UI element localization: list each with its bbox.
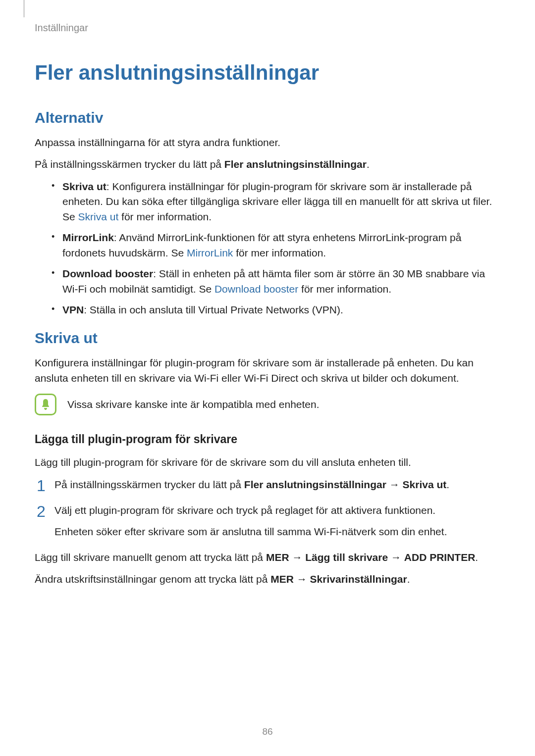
paragraph: Anpassa inställningarna för att styra an…: [35, 135, 500, 150]
text: Välj ett plugin-program för skrivare och…: [54, 504, 435, 516]
bold-text: Fler anslutningsinställningar: [224, 158, 367, 170]
text: .: [367, 158, 370, 170]
page-title: Fler anslutningsinställningar: [35, 61, 500, 85]
bullet-list: Skriva ut: Konfigurera inställningar för…: [50, 179, 500, 318]
paragraph: Ändra utskriftsinställningar genom att t…: [35, 572, 500, 587]
bold-text: MER: [270, 573, 294, 585]
bold-text: Download booster: [62, 268, 153, 279]
page-number: 86: [0, 726, 535, 737]
arrow-text: →: [294, 573, 310, 585]
bold-text: Skrivarinställningar: [310, 573, 407, 585]
link-skriva-ut[interactable]: Skriva ut: [78, 211, 119, 222]
bold-text: Fler anslutningsinställningar: [244, 479, 386, 490]
list-item: Skriva ut: Konfigurera inställningar för…: [50, 179, 500, 224]
list-item: Download booster: Ställ in enheten på at…: [50, 266, 500, 297]
list-item: MirrorLink: Använd MirrorLink-funktionen…: [50, 230, 500, 260]
text: På inställningsskärmen trycker du lätt p…: [35, 158, 224, 170]
paragraph: På inställningsskärmen trycker du lätt p…: [35, 157, 500, 172]
paragraph: Lägg till plugin-program för skrivare fö…: [35, 455, 500, 470]
link-download-booster[interactable]: Download booster: [214, 283, 298, 295]
text: : Ställa in och ansluta till Virtual Pri…: [84, 304, 343, 315]
text: Enheten söker efter skrivare som är ansl…: [54, 524, 500, 539]
note-callout: Vissa skrivare kanske inte är kompatibla…: [35, 394, 500, 415]
bold-text: MirrorLink: [62, 232, 114, 243]
arrow-text: →: [289, 552, 306, 563]
text: På inställningsskärmen trycker du lätt p…: [54, 479, 244, 490]
arrow-text: →: [386, 479, 403, 490]
text: för mer information.: [298, 283, 391, 295]
step-number: 1: [37, 474, 46, 497]
link-mirrorlink[interactable]: MirrorLink: [187, 247, 233, 258]
arrow-text: →: [388, 552, 404, 563]
text: .: [475, 552, 478, 563]
breadcrumb: Inställningar: [35, 22, 500, 34]
bold-text: MER: [266, 552, 289, 563]
paragraph: Konfigurera inställningar för plugin-pro…: [35, 355, 500, 386]
section-heading-alternativ: Alternativ: [35, 109, 500, 126]
bold-text: ADD PRINTER: [404, 552, 476, 563]
bold-text: VPN: [62, 304, 84, 315]
text: för mer information.: [233, 247, 326, 258]
paragraph: Lägg till skrivare manuellt genom att tr…: [35, 550, 500, 565]
subheading: Lägga till plugin-program för skrivare: [35, 433, 500, 446]
numbered-steps: 1 På inställningsskärmen trycker du lätt…: [35, 477, 500, 539]
list-item: VPN: Ställa in och ansluta till Virtual …: [50, 302, 500, 317]
step-number: 2: [37, 500, 46, 523]
bold-text: Skriva ut: [62, 181, 107, 192]
margin-line: [24, 0, 24, 17]
step-item: 2 Välj ett plugin-program för skrivare o…: [35, 503, 500, 539]
note-text: Vissa skrivare kanske inte är kompatibla…: [67, 397, 320, 412]
bold-text: Skriva ut: [403, 479, 447, 490]
text: .: [446, 479, 449, 490]
text: Ändra utskriftsinställningar genom att t…: [35, 573, 270, 585]
bold-text: Lägg till skrivare: [305, 552, 388, 563]
text: Lägg till skrivare manuellt genom att tr…: [35, 552, 266, 563]
text: för mer information.: [118, 211, 212, 222]
step-item: 1 På inställningsskärmen trycker du lätt…: [35, 477, 500, 492]
text: .: [407, 573, 410, 585]
section-heading-skriva-ut: Skriva ut: [35, 330, 500, 347]
bell-icon: [35, 394, 56, 415]
